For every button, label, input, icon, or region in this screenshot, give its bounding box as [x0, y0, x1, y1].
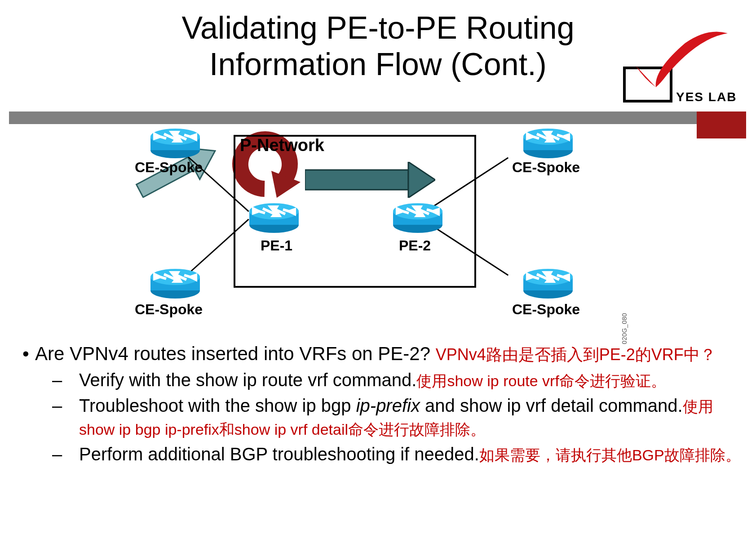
footer-bar-red: [22, 511, 615, 526]
sub3-zh: 如果需要，请执行其他BGP故障排除。: [479, 446, 741, 464]
bullet-level-2: –Verify with the show ip route vrf comma…: [66, 369, 741, 392]
checkmark-icon: [631, 30, 730, 93]
ce-spoke-label: CE-Spoke: [135, 301, 203, 318]
yes-lab-logo: YES LAB: [623, 35, 740, 103]
image-id: 020G_080: [621, 313, 628, 344]
bullet-level-2: –Troubleshoot with the show ip bgp ip-pr…: [66, 394, 741, 440]
p-network-label: P-Network: [240, 136, 324, 155]
ce-spoke-label: CE-Spoke: [512, 301, 580, 318]
pe1-label: PE-1: [261, 237, 292, 254]
sub2-en-italic: ip-prefix: [356, 396, 420, 415]
dash-marker: –: [66, 369, 79, 392]
sub2-en-a: Troubleshoot with the show ip bgp: [79, 396, 356, 415]
network-diagram: P-Network CE-Spoke CE-Spoke PE-1 PE-2: [130, 130, 624, 337]
router-icon: [148, 128, 202, 159]
sub1-en: Verify with the show ip route vrf comman…: [79, 370, 416, 390]
dash-marker: –: [66, 443, 79, 466]
router-icon: [521, 128, 575, 159]
divider-bar-red: [697, 111, 746, 138]
sub2-en-b: and show ip vrf detail command.: [420, 396, 683, 415]
pe2-label: PE-2: [399, 237, 431, 254]
sub3-en: Perform additional BGP troubleshooting i…: [79, 444, 479, 464]
dash-marker: –: [66, 394, 79, 417]
bullet-level-1: •Are VPNv4 routes inserted into VRFs on …: [22, 342, 741, 366]
title-line-1: Validating PE-to-PE Routing: [181, 10, 574, 45]
bullet-marker: •: [22, 342, 35, 366]
router-icon: [391, 202, 445, 234]
router-icon: [148, 268, 202, 299]
sub1-zh: 使用show ip route vrf命令进行验证。: [416, 372, 666, 389]
bullet1-zh: VPNv4路由是否插入到PE-2的VRF中？: [436, 345, 716, 364]
ce-spoke-label: CE-Spoke: [512, 159, 580, 176]
router-icon: [521, 268, 575, 299]
bullet1-en: Are VPNv4 routes inserted into VRFs on P…: [35, 343, 436, 364]
divider-bar-gray: [9, 111, 746, 124]
ce-spoke-label: CE-Spoke: [135, 159, 203, 176]
slide-body: •Are VPNv4 routes inserted into VRFs on …: [22, 342, 741, 469]
router-icon: [247, 202, 301, 234]
logo-text: YES LAB: [676, 90, 737, 104]
bullet-level-2: –Perform additional BGP troubleshooting …: [66, 443, 741, 466]
title-line-2: Information Flow (Cont.): [209, 47, 547, 82]
